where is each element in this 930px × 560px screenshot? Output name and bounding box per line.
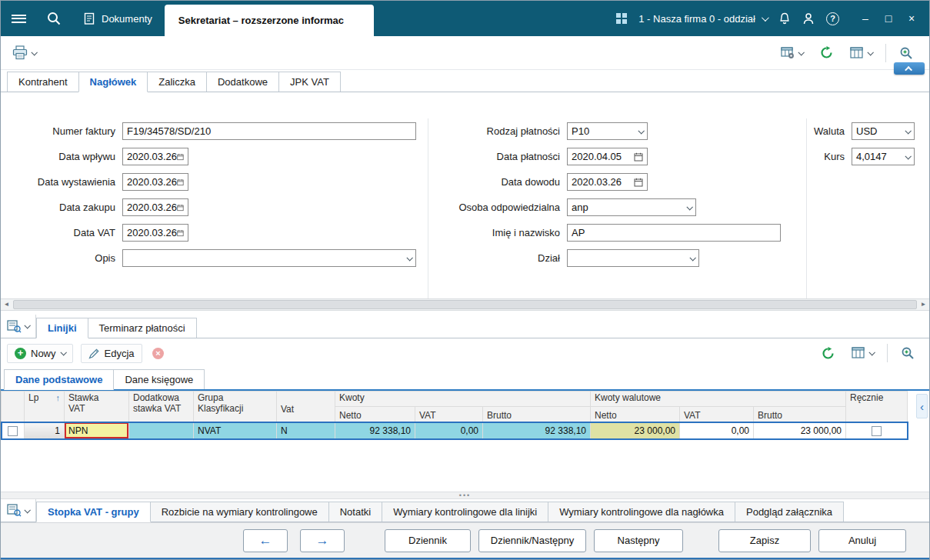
tab-rozbicie-na-wymiary[interactable]: Rozbicie na wymiary kontrolingowe — [150, 502, 329, 522]
osoba-odpowiedzialna-combo[interactable]: anp — [567, 198, 696, 216]
column-chooser-button[interactable] — [846, 44, 876, 62]
tab-zaliczka[interactable]: Zaliczka — [147, 72, 207, 92]
previous-document-button[interactable]: ← — [243, 529, 288, 552]
select-all-header-cell[interactable] — [2, 392, 25, 422]
user-profile-button[interactable] — [802, 12, 815, 25]
collapse-panel-button[interactable]: ‹ — [916, 394, 928, 418]
tab-wymiary-dla-naglowka[interactable]: Wymiary kontrolingowe dla nagłówka — [548, 502, 735, 522]
data-dowodu-input[interactable]: 2020.03.26 — [567, 173, 648, 191]
column-header-stawka-vat[interactable]: Stawka VAT — [65, 392, 129, 422]
dzial-combo[interactable] — [567, 249, 699, 267]
data-zakupu-input[interactable]: 2020.03.26 — [122, 198, 188, 216]
menu-button[interactable] — [1, 1, 36, 36]
tab-kontrahent[interactable]: Kontrahent — [7, 72, 79, 92]
waluta-combo[interactable]: USD — [852, 122, 915, 140]
column-header-recznie[interactable]: Ręcznie — [846, 392, 908, 422]
data-platnosci-input[interactable]: 2020.04.05 — [567, 148, 648, 165]
scroll-right-arrow[interactable]: ► — [918, 299, 929, 310]
scroll-left-arrow[interactable]: ◄ — [1, 299, 12, 310]
calendar-icon[interactable] — [177, 152, 184, 162]
cell-netto-walutowe[interactable]: 23 000,00 — [591, 422, 680, 439]
column-header-netto[interactable]: Netto — [335, 407, 415, 422]
notifications-button[interactable] — [778, 12, 791, 25]
column-header-brutto-walutowe[interactable]: Brutto — [754, 407, 846, 422]
next-document-button[interactable]: → — [300, 529, 345, 552]
opis-combo[interactable] — [122, 249, 416, 267]
tab-dane-podstawowe[interactable]: Dane podstawowe — [4, 369, 114, 390]
zapisz-button[interactable]: Zapisz — [718, 529, 811, 552]
cell-brutto-walutowe[interactable]: 23 000,00 — [754, 422, 846, 439]
column-header-vat[interactable]: Vat — [277, 392, 335, 422]
data-wystawienia-input[interactable]: 2020.03.26 — [122, 173, 188, 191]
tab-wymiary-dla-linijki[interactable]: Wymiary kontrolingowe dla linijki — [382, 502, 548, 522]
column-header-dodatkowa-stawka-vat[interactable]: Dodatkowa stawka VAT — [129, 392, 194, 422]
tab-dane-ksiegowe[interactable]: Dane księgowe — [113, 369, 205, 389]
anuluj-button[interactable]: Anuluj — [818, 529, 906, 552]
cell-stawka-vat-focused[interactable]: NPN — [65, 422, 129, 439]
cell-vat-kwota[interactable]: 0,00 — [415, 422, 483, 439]
nastepny-button[interactable]: Następny — [594, 529, 683, 552]
tab-naglowek[interactable]: Nagłówek — [78, 72, 148, 92]
help-button[interactable]: ? — [826, 12, 839, 25]
cell-grupa-klasyfikacji[interactable]: NVAT — [194, 422, 277, 439]
apps-grid-icon[interactable] — [616, 13, 627, 24]
grid-settings-button[interactable] — [777, 44, 807, 62]
refresh-button[interactable] — [816, 43, 837, 62]
tab-sekretariat-active[interactable]: Sekretariat – rozszerzone informac — [165, 5, 374, 36]
lines-column-chooser-button[interactable] — [848, 344, 878, 362]
calendar-icon[interactable] — [177, 228, 184, 238]
dziennik-button[interactable]: Dziennik — [385, 529, 471, 552]
calendar-icon[interactable] — [634, 152, 643, 162]
column-header-grupa-klasyfikacji[interactable]: Grupa Klasyfikacji — [194, 392, 277, 422]
lines-layout-selector[interactable] — [1, 315, 36, 338]
tab-dokumenty[interactable]: Dokumenty — [72, 1, 165, 36]
kurs-combo[interactable]: 4,0147 — [852, 148, 915, 165]
column-header-lp[interactable]: Lp ↑ — [25, 392, 65, 422]
new-line-button[interactable]: + Nowy — [7, 344, 73, 363]
panel-splitter[interactable]: ••• — [1, 492, 929, 499]
edit-line-button[interactable]: Edycja — [81, 344, 142, 363]
row-select-cell[interactable] — [2, 422, 25, 439]
cell-dodatkowa-stawka-vat[interactable] — [129, 422, 194, 439]
cell-lp[interactable]: 1 — [25, 422, 65, 439]
data-vat-input[interactable]: 2020.03.26 — [122, 224, 188, 242]
tab-linijki[interactable]: Linijki — [36, 318, 88, 338]
column-header-brutto[interactable]: Brutto — [483, 407, 591, 422]
cell-vat[interactable]: N — [277, 422, 335, 439]
column-header-vat-walutowe[interactable]: VAT — [680, 407, 754, 422]
row-checkbox[interactable] — [8, 426, 18, 436]
calendar-icon[interactable] — [177, 203, 184, 212]
recznie-checkbox[interactable] — [872, 426, 882, 436]
collapse-header-button[interactable] — [894, 62, 925, 75]
column-header-vat-kwota[interactable]: VAT — [415, 407, 483, 422]
print-button[interactable] — [8, 42, 40, 63]
delete-line-button[interactable]: × — [150, 345, 167, 362]
dziennik-nastepny-button[interactable]: Dziennik/Następny — [478, 529, 586, 552]
cell-netto[interactable]: 92 338,10 — [335, 422, 415, 439]
calendar-icon[interactable] — [634, 178, 643, 187]
close-button[interactable]: × — [900, 6, 923, 31]
column-header-netto-walutowe[interactable]: Netto — [591, 407, 680, 422]
numer-faktury-input[interactable] — [122, 122, 416, 140]
lines-search-button[interactable] — [897, 343, 918, 363]
grid-row[interactable]: 1 NPN NVAT N 92 338,10 0,00 92 338,10 23… — [2, 422, 908, 439]
footer-layout-selector[interactable] — [1, 499, 36, 522]
tab-dodatkowe[interactable]: Dodatkowe — [206, 72, 279, 92]
cell-recznie[interactable] — [846, 422, 908, 439]
tab-jpk-vat[interactable]: JPK VAT — [278, 72, 341, 92]
minimize-button[interactable]: – — [854, 6, 877, 31]
calendar-icon[interactable] — [177, 178, 184, 187]
search-records-button[interactable] — [895, 43, 917, 63]
tab-terminarz-platnosci[interactable]: Terminarz płatności — [88, 318, 197, 338]
tab-notatki[interactable]: Notatki — [328, 502, 382, 522]
company-selector[interactable]: 1 - Nasza firma 0 - oddział — [638, 13, 767, 25]
imie-nazwisko-input[interactable] — [567, 224, 781, 242]
lines-refresh-button[interactable] — [818, 344, 838, 363]
scrollbar-thumb[interactable] — [13, 300, 917, 309]
cell-brutto[interactable]: 92 338,10 — [483, 422, 591, 439]
data-wplywu-input[interactable]: 2020.03.26 — [122, 148, 188, 165]
global-search-button[interactable] — [36, 1, 72, 36]
tab-stopka-vat-grupy[interactable]: Stopka VAT - grupy — [36, 502, 151, 522]
tab-podglad-zalacznika[interactable]: Podgląd załącznika — [735, 502, 844, 522]
maximize-button[interactable]: □ — [877, 6, 900, 31]
